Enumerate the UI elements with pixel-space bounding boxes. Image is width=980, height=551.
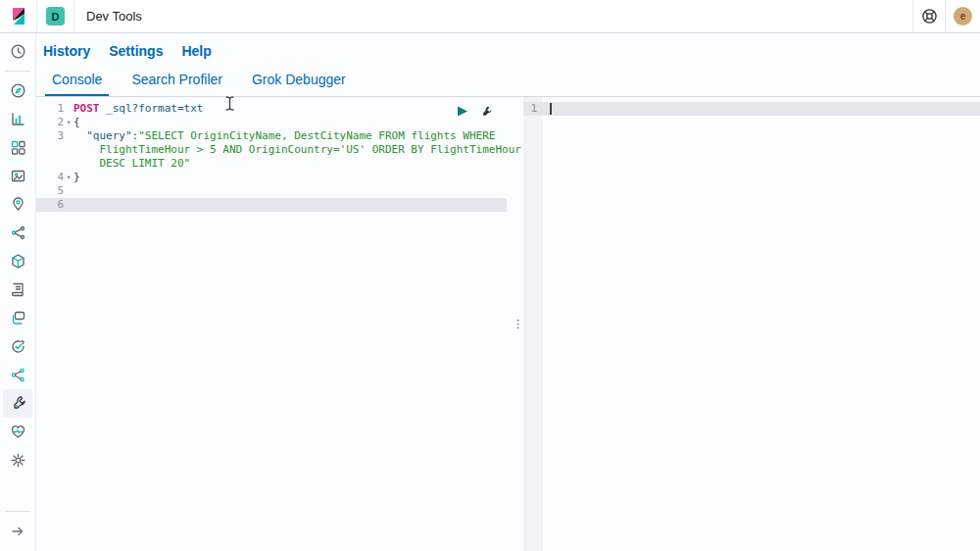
sidebar-divider [5, 71, 30, 72]
top-navigation-bar: D Dev Tools e [0, 0, 980, 33]
code-line-wrap: FlightTimeHour > 5 AND OriginCountry='US… [36, 143, 513, 157]
arrow-right-icon [10, 524, 25, 539]
sql-string: DESC LIMIT 20" [74, 157, 513, 171]
sidebar-item-monitoring[interactable] [3, 418, 32, 446]
sidebar-item-metrics[interactable] [3, 304, 32, 332]
code-line: 1 POST _sql?format=txt [36, 102, 513, 116]
request-editor[interactable]: 1 POST _sql?format=txt 2 ▾ { 3 "query":"… [36, 97, 513, 551]
apm-nodes-icon [10, 367, 26, 383]
kibana-logo-icon [9, 7, 28, 26]
code-line: 2 ▾ { [36, 116, 513, 129]
output-line-active: 1 [523, 102, 980, 116]
line-number: 3 [36, 129, 64, 143]
machine-learning-icon [10, 225, 26, 241]
json-key: "query": [74, 129, 138, 142]
sidebar-item-apm[interactable] [3, 361, 32, 389]
request-actions [455, 104, 493, 119]
gear-icon [10, 452, 26, 469]
code-line-active: 6 [36, 198, 507, 212]
sidebar-item-graph[interactable] [3, 247, 32, 276]
uptime-check-icon [10, 338, 26, 355]
help-button[interactable] [913, 0, 945, 32]
kibana-logo[interactable] [0, 0, 36, 32]
graph-cube-icon [10, 253, 26, 270]
user-avatar[interactable]: e [954, 7, 972, 25]
drag-handle-icon: ⋮ [513, 318, 523, 330]
line-number: 1 [36, 102, 64, 116]
fold-marker-icon[interactable]: ▾ [64, 116, 74, 129]
fold-marker-icon[interactable]: ▾ [64, 171, 74, 184]
sidebar-collapse-button[interactable] [3, 517, 32, 545]
sidebar-item-maps[interactable] [3, 190, 32, 219]
line-number: 4 [36, 171, 64, 184]
sidebar-item-management[interactable] [3, 446, 32, 475]
request-code: 1 POST _sql?format=txt 2 ▾ { 3 "query":"… [36, 97, 513, 212]
sql-string: FlightTimeHour > 5 AND OriginCountry='US… [74, 143, 521, 157]
app-sidebar [0, 33, 36, 551]
menu-history[interactable]: History [43, 43, 90, 60]
http-method: POST [74, 102, 100, 115]
clock-icon [10, 43, 26, 60]
sidebar-item-machine-learning[interactable] [3, 219, 32, 247]
map-pin-icon [10, 196, 26, 213]
sql-string: "SELECT OriginCityName, DestCityName FRO… [138, 129, 495, 142]
code-line: 4 ▾ } [36, 171, 513, 184]
tab-console[interactable]: Console [45, 62, 109, 96]
request-url: _sql?format=txt [100, 102, 204, 115]
compass-icon [10, 82, 26, 99]
space-badge[interactable]: D [46, 7, 65, 25]
menu-help[interactable]: Help [181, 43, 211, 60]
line-number: 6 [36, 198, 64, 212]
console-panels: 1 POST _sql?format=txt 2 ▾ { 3 "query":"… [36, 97, 980, 551]
page-title: Dev Tools [74, 9, 154, 24]
code-line: 5 [36, 184, 513, 198]
help-icon [921, 8, 938, 25]
sidebar-divider [5, 511, 30, 512]
wrench-icon [479, 105, 493, 119]
canvas-icon [10, 168, 26, 184]
sidebar-item-dashboard[interactable] [3, 133, 32, 162]
sidebar-item-recently-viewed[interactable] [3, 37, 32, 66]
topbar-divider [36, 0, 37, 32]
sidebar-item-discover[interactable] [3, 76, 32, 105]
send-request-button[interactable] [455, 104, 469, 119]
line-number: 1 [523, 102, 537, 116]
response-output[interactable]: 1 [523, 97, 980, 551]
dashboard-icon [10, 139, 26, 156]
menu-settings[interactable]: Settings [109, 43, 163, 60]
tab-search-profiler[interactable]: Search Profiler [124, 62, 229, 96]
sidebar-item-dev-tools[interactable] [3, 389, 32, 418]
panel-resizer[interactable]: ⋮ [513, 97, 523, 551]
sidebar-item-uptime[interactable] [3, 332, 32, 361]
bar-chart-icon [10, 111, 26, 127]
dev-tools-tabs: Console Search Profiler Grok Debugger [36, 62, 980, 97]
output-gutter [523, 97, 543, 551]
dev-tools-main: History Settings Help Console Search Pro… [36, 33, 980, 551]
heart-pulse-icon [10, 424, 26, 440]
wrench-icon [10, 395, 26, 412]
layers-icon [10, 310, 26, 326]
sidebar-item-logs[interactable] [3, 276, 32, 304]
topbar-divider [945, 0, 946, 32]
request-options-button[interactable] [478, 104, 493, 119]
console-menu: History Settings Help [36, 33, 980, 62]
sidebar-item-canvas[interactable] [3, 162, 32, 190]
line-number: 2 [36, 116, 64, 129]
sidebar-item-visualize[interactable] [3, 105, 32, 133]
code-line: 3 "query":"SELECT OriginCityName, DestCi… [36, 129, 513, 143]
logs-icon [10, 281, 26, 298]
code-line-wrap: DESC LIMIT 20" [36, 157, 513, 171]
play-icon [456, 105, 468, 118]
line-number: 5 [36, 184, 64, 198]
tab-grok-debugger[interactable]: Grok Debugger [245, 62, 353, 96]
text-caret [550, 103, 552, 115]
